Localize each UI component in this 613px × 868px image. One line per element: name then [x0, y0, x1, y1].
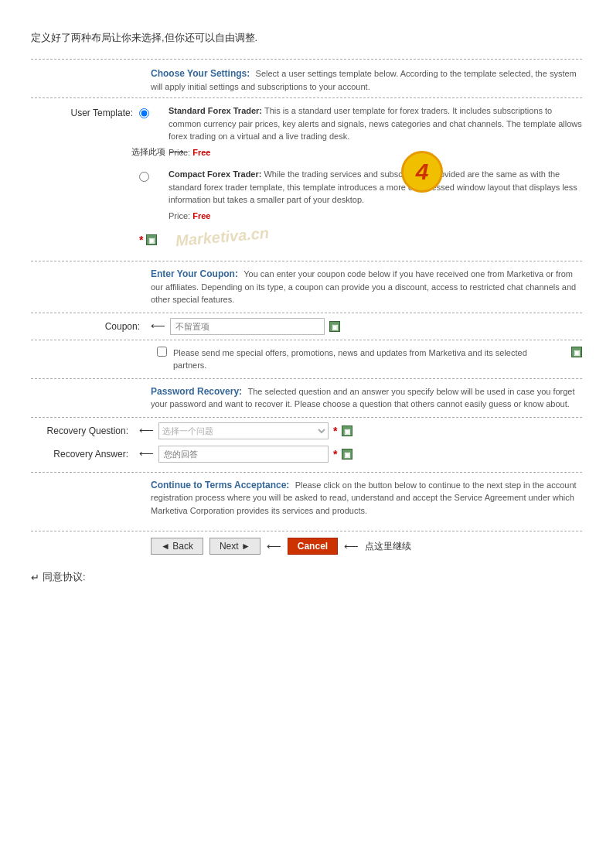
- cancel-arrow-icon: ⟵: [267, 541, 281, 552]
- select-label-text: 选择此项: [131, 146, 165, 158]
- watermark: Marketiva.cn: [175, 228, 270, 250]
- help-icon-question[interactable]: ▣: [342, 425, 352, 436]
- next-button[interactable]: Next ►: [209, 538, 261, 555]
- standard-template-name: Standard Forex Trader:: [169, 106, 262, 115]
- agree-label: 同意协议:: [43, 570, 86, 584]
- recovery-answer-arrow-icon: ⟵: [139, 448, 154, 460]
- required-star-answer: *: [333, 448, 337, 460]
- intro-text: 定义好了两种布局让你来选择,但你还可以自由调整.: [31, 31, 582, 45]
- continue-title: Continue to Terms Acceptance:: [151, 480, 289, 490]
- compact-template-radio[interactable]: [139, 172, 149, 182]
- standard-price-value: Free: [192, 148, 210, 157]
- recovery-answer-label: Recovery Answer:: [31, 449, 139, 460]
- standard-template-radio[interactable]: [139, 108, 149, 118]
- coupon-arrow-icon: ⟵: [151, 320, 165, 332]
- compact-price-label: Price:: [169, 211, 192, 220]
- help-icon-template[interactable]: ▣: [146, 234, 157, 245]
- recovery-question-select[interactable]: 选择一个问题: [158, 422, 329, 439]
- cancel-label-arrow: ⟵: [344, 541, 359, 552]
- select-arrow-block: 选择此项 ⟶: [131, 145, 184, 158]
- help-icon-answer[interactable]: ▣: [342, 449, 352, 460]
- recovery-question-arrow-icon: ⟵: [139, 425, 154, 436]
- select-arrow-icon: ⟶: [169, 145, 184, 158]
- cancel-arrow-label: 点这里继续: [365, 540, 411, 553]
- coupon-input[interactable]: [170, 318, 325, 335]
- compact-template-name: Compact Forex Trader:: [169, 169, 261, 179]
- agree-arrow-icon: ↵: [31, 572, 39, 583]
- required-star-icon: *: [139, 234, 143, 246]
- coupon-label: Coupon:: [31, 321, 151, 332]
- choose-settings-title: Choose Your Settings:: [151, 68, 250, 79]
- step-badge: 4: [401, 151, 443, 193]
- compact-price-value: Free: [192, 211, 210, 220]
- recovery-question-label: Recovery Question:: [31, 425, 139, 436]
- coupon-section-title: Enter Your Coupon:: [151, 268, 238, 279]
- special-offers-checkbox[interactable]: [157, 347, 167, 357]
- cancel-button[interactable]: Cancel: [288, 538, 338, 555]
- back-button[interactable]: ◄ Back: [151, 538, 203, 555]
- required-star-question: *: [333, 425, 337, 437]
- help-icon-offers[interactable]: ▣: [571, 347, 582, 357]
- password-recovery-title: Password Recovery:: [151, 386, 242, 397]
- recovery-answer-input[interactable]: [158, 446, 329, 463]
- help-icon-coupon[interactable]: ▣: [329, 321, 340, 332]
- user-template-label: User Template:: [71, 108, 133, 118]
- special-offers-text: Please send me special offers, promotion…: [173, 347, 562, 372]
